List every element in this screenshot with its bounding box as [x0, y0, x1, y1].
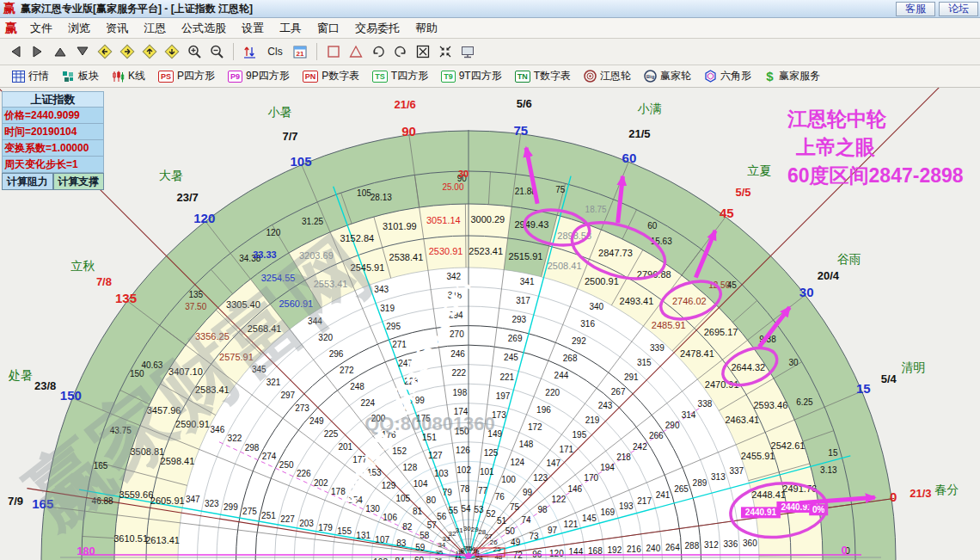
svg-text:7/9: 7/9: [8, 495, 23, 508]
svg-text:148: 148: [519, 440, 534, 449]
svg-text:小暑: 小暑: [267, 105, 291, 119]
svg-text:2542.61: 2542.61: [771, 440, 805, 451]
zoom-in-icon[interactable]: [184, 41, 205, 62]
diamond-left-icon[interactable]: [95, 41, 115, 62]
diamond-down-icon[interactable]: [162, 41, 182, 62]
svg-text:224: 224: [360, 398, 375, 408]
nav-left-icon[interactable]: [5, 41, 26, 62]
svg-text:222: 222: [451, 368, 466, 378]
cls-button[interactable]: Cls: [262, 41, 288, 62]
svg-text:60: 60: [647, 221, 658, 231]
forum-button[interactable]: 论坛: [939, 2, 978, 16]
tab-江恩轮[interactable]: 江恩轮: [579, 67, 636, 85]
svg-text:97: 97: [548, 526, 558, 535]
svg-text:0: 0: [890, 489, 897, 504]
menu-item-7[interactable]: 窗口: [309, 19, 347, 38]
menu-item-6[interactable]: 工具: [272, 19, 309, 38]
TN-badge-icon: TN: [515, 71, 530, 83]
menu-item-9[interactable]: 帮助: [407, 19, 445, 38]
menu-item-3[interactable]: 江恩: [136, 19, 174, 38]
svg-text:2515.91: 2515.91: [509, 251, 543, 262]
calendar-icon[interactable]: 21: [290, 41, 310, 62]
svg-text:31.25: 31.25: [302, 217, 323, 226]
svg-text:265: 265: [674, 484, 689, 494]
svg-text:227: 227: [280, 514, 295, 524]
svg-text:79: 79: [443, 488, 453, 497]
menu-item-8[interactable]: 交易委托: [347, 19, 407, 38]
rotate-ccw-icon[interactable]: [368, 41, 389, 62]
tab-板块[interactable]: 板块: [57, 67, 104, 85]
square-icon[interactable]: [323, 41, 344, 62]
svg-text:83: 83: [396, 538, 407, 548]
svg-text:立秋: 立秋: [70, 259, 95, 273]
svg-text:29: 29: [471, 526, 479, 533]
tab-T数字表[interactable]: TNT数字表: [510, 67, 576, 85]
menu-item-2[interactable]: 资讯: [98, 19, 136, 38]
tab-bar: 行情板块K线PSP四方形P99P四方形PNP数字表TST四方形T99T四方形TN…: [0, 65, 980, 88]
svg-text:45: 45: [720, 206, 734, 220]
tab-赢家服务[interactable]: $赢家服务: [759, 67, 825, 85]
diamond-right-icon[interactable]: [117, 41, 138, 62]
zoom-out-icon[interactable]: [206, 41, 227, 62]
window-title: 赢家江恩专业版[赢家服务平台] - [上证指数 江恩轮]: [21, 2, 253, 16]
svg-text:313: 313: [711, 472, 726, 482]
svg-text:春分: 春分: [935, 483, 959, 496]
diamond-up-icon[interactable]: [139, 41, 160, 62]
tab-行情[interactable]: 行情: [7, 67, 54, 85]
customer-service-button[interactable]: 客服: [896, 2, 935, 16]
svg-text:246: 246: [450, 349, 465, 359]
collapse-icon[interactable]: [435, 41, 456, 62]
panel-row-3: 周天变化步长=1: [2, 157, 104, 173]
nav-up-icon[interactable]: [50, 41, 70, 62]
menu-item-0[interactable]: 文件: [22, 19, 60, 38]
nav-right-icon[interactable]: [28, 41, 48, 62]
svg-text:49: 49: [511, 538, 521, 547]
rotate-cw-icon[interactable]: [390, 41, 411, 62]
svg-text:3.13: 3.13: [820, 465, 837, 475]
blocks-icon: [62, 71, 75, 83]
svg-text:135: 135: [115, 291, 137, 305]
screen-icon[interactable]: [457, 41, 478, 62]
gann-wheel-chart[interactable]: 2412345678910111213482526272829303132333…: [0, 88, 980, 560]
calc-resistance-button[interactable]: 计算阻力: [2, 173, 53, 190]
tab-赢家轮[interactable]: Big赢家轮: [639, 67, 696, 85]
tab-label: 行情: [28, 69, 49, 83]
tab-P数字表[interactable]: PNP数字表: [297, 67, 365, 85]
svg-text:103: 103: [434, 469, 449, 478]
svg-text:201: 201: [338, 442, 352, 452]
svg-text:2847.73: 2847.73: [598, 248, 633, 258]
svg-text:2455.91: 2455.91: [741, 451, 775, 461]
svg-text:289: 289: [693, 478, 707, 488]
tab-K线[interactable]: K线: [107, 67, 150, 85]
svg-text:60: 60: [414, 556, 425, 560]
menu-item-5[interactable]: 设置: [234, 19, 272, 38]
tab-T四方形[interactable]: TST四方形: [367, 67, 433, 85]
menu-item-1[interactable]: 浏览: [60, 19, 98, 38]
svg-text:127: 127: [428, 451, 443, 460]
svg-text:338: 338: [698, 399, 713, 409]
range-icon[interactable]: [240, 41, 260, 62]
svg-text:316: 316: [580, 319, 595, 329]
svg-text:27: 27: [485, 532, 493, 540]
svg-text:2493.41: 2493.41: [620, 296, 654, 306]
tab-9P四方形[interactable]: P99P四方形: [223, 67, 295, 85]
svg-text:30: 30: [463, 525, 471, 532]
svg-text:6.25: 6.25: [796, 397, 813, 407]
svg-text:50: 50: [505, 526, 516, 536]
tab-六角形[interactable]: 六角形: [699, 67, 756, 85]
toolbar-separator: [316, 43, 317, 60]
svg-text:2478.41: 2478.41: [680, 348, 714, 359]
svg-text:195: 195: [573, 430, 587, 440]
svg-text:198: 198: [453, 388, 468, 397]
triangle-icon[interactable]: [346, 41, 366, 62]
nav-down-icon[interactable]: [72, 41, 93, 62]
svg-text:292: 292: [572, 336, 586, 346]
calc-support-button[interactable]: 计算支撑: [53, 173, 105, 190]
svg-text:51: 51: [497, 516, 507, 526]
tab-9T四方形[interactable]: T99T四方形: [436, 67, 507, 85]
menu-item-4[interactable]: 公式选股: [174, 19, 234, 38]
svg-text:28.13: 28.13: [371, 193, 392, 202]
svg-text:21/6: 21/6: [394, 98, 415, 111]
tab-P四方形[interactable]: PSP四方形: [153, 67, 220, 85]
expand-icon[interactable]: [413, 41, 433, 62]
